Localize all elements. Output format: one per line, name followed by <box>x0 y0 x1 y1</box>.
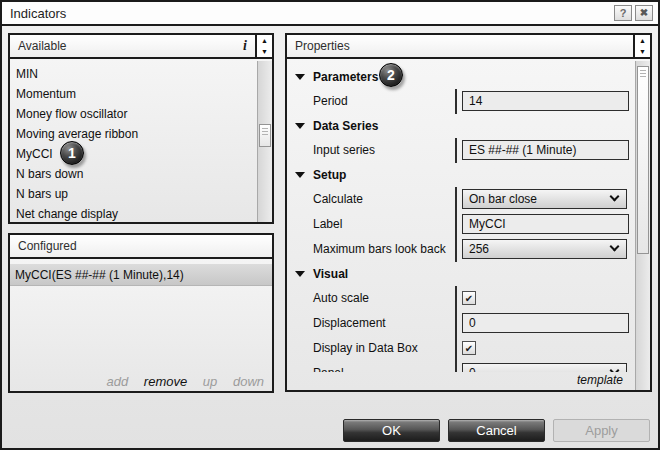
available-header-label: Available <box>18 39 66 53</box>
info-icon[interactable]: i <box>243 35 247 57</box>
property-row-input-series: Input series <box>287 138 635 163</box>
scroll-up-icon[interactable]: ▲ <box>635 35 650 46</box>
auto-scale-checkbox[interactable]: ✔ <box>462 291 476 305</box>
dropdown-value: On bar close <box>469 192 537 206</box>
property-label: Calculate <box>313 187 363 212</box>
properties-panel: Properties ▲ ▼ Parameters Period Data Se… <box>285 33 652 392</box>
list-item-mycci[interactable]: MyCCI <box>10 144 257 164</box>
down-link[interactable]: down <box>233 374 264 389</box>
collapse-triangle-icon[interactable] <box>295 172 305 178</box>
cancel-button[interactable]: Cancel <box>448 419 545 442</box>
template-link[interactable]: template <box>577 370 623 390</box>
list-item[interactable]: Moving average ribbon <box>10 124 257 144</box>
properties-content: Parameters Period Data Series Input seri… <box>287 61 635 372</box>
remove-link[interactable]: remove <box>144 374 187 389</box>
list-item[interactable]: MIN <box>10 64 257 84</box>
property-label: Label <box>313 212 342 237</box>
window-title: Indicators <box>10 6 66 21</box>
property-row-data-box: Display in Data Box ✔ <box>287 336 635 361</box>
collapse-triangle-icon[interactable] <box>295 123 305 129</box>
property-row-displacement: Displacement <box>287 311 635 336</box>
list-item[interactable]: Net change display <box>10 204 257 222</box>
group-label: Data Series <box>313 119 378 133</box>
column-divider <box>455 187 457 212</box>
configured-actions: add remove up down <box>95 374 264 389</box>
list-item[interactable]: N bars up <box>10 184 257 204</box>
property-label: Display in Data Box <box>313 336 418 361</box>
column-divider <box>455 237 457 262</box>
available-scrollbar-thumb[interactable] <box>259 124 271 147</box>
list-item[interactable]: N bars down <box>10 164 257 184</box>
max-bars-dropdown[interactable]: 256 <box>462 239 627 259</box>
property-row-auto-scale: Auto scale ✔ <box>287 286 635 311</box>
property-row-max-bars: Maximum bars look back 256 <box>287 237 635 262</box>
scrollbar-grip <box>262 128 268 136</box>
add-link[interactable]: add <box>107 374 129 389</box>
label-input[interactable] <box>462 214 629 234</box>
property-label: Input series <box>313 138 375 163</box>
scroll-down-icon[interactable]: ▼ <box>635 46 650 57</box>
up-link[interactable]: up <box>203 374 217 389</box>
collapse-triangle-icon[interactable] <box>295 74 305 80</box>
collapse-triangle-icon[interactable] <box>295 271 305 277</box>
annotation-badge-2: 2 <box>379 63 403 87</box>
chevron-down-icon <box>610 242 620 252</box>
configured-header-label: Configured <box>18 239 77 253</box>
property-label: Maximum bars look back <box>313 237 446 262</box>
available-scroll-arrows: ▲ ▼ <box>255 35 272 57</box>
available-panel: Available i ▲ ▼ MIN Momentum Money flow … <box>8 33 274 224</box>
available-header: Available i ▲ ▼ <box>10 35 272 59</box>
close-button[interactable]: ✖ <box>635 5 653 21</box>
column-divider <box>455 138 457 163</box>
properties-scrollbar[interactable] <box>635 61 650 390</box>
column-divider <box>455 311 457 336</box>
properties-scroll-arrows: ▲ ▼ <box>633 35 650 57</box>
configured-list: MyCCI(ES ##-## (1 Minute),14) <box>10 261 272 369</box>
help-button[interactable]: ? <box>614 5 632 21</box>
chevron-down-icon <box>610 192 620 202</box>
property-row-calculate: Calculate On bar close <box>287 187 635 212</box>
group-header-visual[interactable]: Visual <box>287 262 635 286</box>
configured-header: Configured <box>10 235 272 259</box>
apply-button-disabled[interactable]: Apply <box>553 419 650 442</box>
available-list: MIN Momentum Money flow oscillator Movin… <box>10 61 257 222</box>
list-item[interactable]: Money flow oscillator <box>10 104 257 124</box>
property-row-label: Label <box>287 212 635 237</box>
scroll-down-icon[interactable]: ▼ <box>257 46 272 57</box>
column-divider <box>455 212 457 237</box>
ok-button[interactable]: OK <box>343 419 440 442</box>
displacement-input[interactable] <box>462 313 629 333</box>
data-box-checkbox[interactable]: ✔ <box>462 341 476 355</box>
annotation-badge-1: 1 <box>60 141 84 165</box>
group-header-data-series[interactable]: Data Series <box>287 114 635 138</box>
group-header-parameters[interactable]: Parameters <box>287 65 635 89</box>
group-label: Parameters <box>313 70 378 84</box>
check-icon: ✔ <box>465 293 473 304</box>
list-item[interactable]: Momentum <box>10 84 257 104</box>
calculate-dropdown[interactable]: On bar close <box>462 189 627 209</box>
scrollbar-grip <box>640 70 646 78</box>
input-series-input[interactable] <box>462 140 629 160</box>
property-label: Period <box>313 89 348 114</box>
check-icon: ✔ <box>465 343 473 354</box>
indicators-dialog: Indicators ? ✖ Available i ▲ ▼ MIN Momen… <box>0 0 660 450</box>
property-label: Displacement <box>313 311 386 336</box>
properties-header-label: Properties <box>295 39 350 53</box>
dropdown-value: 256 <box>469 242 489 256</box>
scroll-up-icon[interactable]: ▲ <box>257 35 272 46</box>
column-divider <box>455 336 457 361</box>
column-divider <box>455 286 457 311</box>
group-header-setup[interactable]: Setup <box>287 163 635 187</box>
title-bar: Indicators ? ✖ <box>2 2 658 26</box>
property-row-period: Period <box>287 89 635 114</box>
configured-panel: Configured MyCCI(ES ##-## (1 Minute),14)… <box>8 233 274 393</box>
available-scrollbar[interactable] <box>257 61 272 222</box>
group-label: Setup <box>313 168 346 182</box>
properties-header: Properties ▲ ▼ <box>287 35 650 59</box>
column-divider <box>455 89 457 114</box>
group-label: Visual <box>313 267 348 281</box>
period-input[interactable] <box>462 91 629 111</box>
configured-item-selected[interactable]: MyCCI(ES ##-## (1 Minute),14) <box>10 264 272 286</box>
properties-scrollbar-thumb[interactable] <box>637 66 649 254</box>
properties-footer: template <box>287 370 635 390</box>
